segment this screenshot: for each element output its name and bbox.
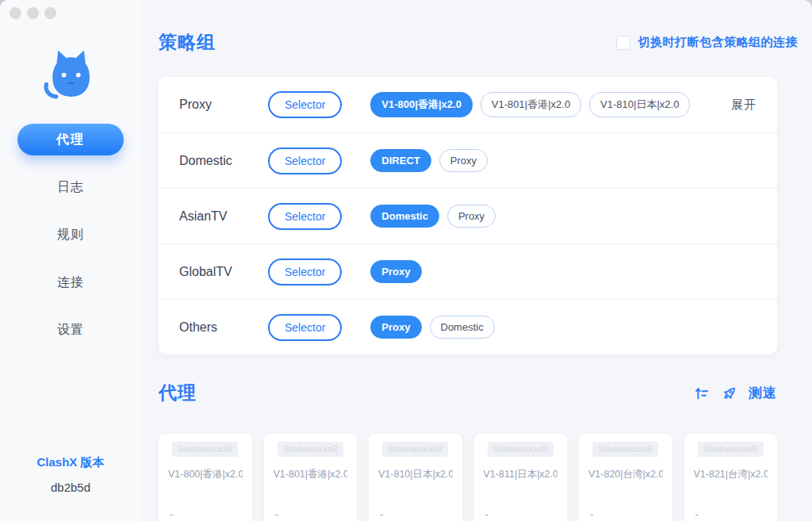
break-connections-label: 切换时打断包含策略组的连接 — [638, 35, 799, 50]
proxy-card[interactable]: ShadowsocksR V1-800|香港|x2.0 - — [159, 434, 252, 521]
main-content: 策略组 切换时打断包含策略组的连接 Proxy Selector V1-800|… — [159, 0, 777, 521]
break-connections-checkbox[interactable] — [616, 36, 630, 50]
option-pill[interactable]: V1-801|香港|x2.0 — [481, 92, 581, 117]
group-row-domestic: Domestic Selector DIRECT Proxy — [159, 132, 777, 188]
proxy-card[interactable]: ShadowsocksR V1-820|台湾|x2.0 - — [579, 434, 672, 521]
proxy-name: V1-821|台湾|x2.0 — [694, 468, 768, 481]
option-pill-selected[interactable]: V1-800|香港|x2.0 — [370, 92, 473, 117]
option-pill-selected[interactable]: Domestic — [370, 205, 439, 228]
rocket-icon[interactable] — [721, 385, 738, 402]
proxy-latency: - — [275, 508, 278, 520]
sidebar: 代理 日志 规则 连接 设置 ClashX 版本 db2b5d — [0, 0, 141, 521]
zoom-window-button[interactable] — [44, 7, 56, 19]
minimize-window-button[interactable] — [27, 7, 39, 19]
proxy-name: V1-801|香港|x2.0 — [274, 468, 348, 481]
selector-type-button[interactable]: Selector — [268, 259, 342, 285]
proxies-header: 代理 测速 — [159, 381, 777, 405]
policy-groups-header: 策略组 切换时打断包含策略组的连接 — [159, 30, 798, 55]
option-pill-selected[interactable]: DIRECT — [370, 149, 431, 172]
proxy-card[interactable]: ShadowsocksR V1-811|日本|x2.0 - — [474, 434, 568, 521]
proxies-tools: 测速 — [693, 384, 777, 402]
proxy-latency: - — [695, 508, 699, 520]
option-pill[interactable]: V1-810|日本|x2.0 — [589, 92, 690, 117]
selector-type-button[interactable]: Selector — [268, 203, 342, 230]
proxy-type-badge: ShadowsocksR — [278, 442, 343, 457]
policy-groups-card: Proxy Selector V1-800|香港|x2.0 V1-801|香港|… — [159, 77, 777, 354]
option-pill[interactable]: Domestic — [430, 316, 495, 339]
speedtest-button[interactable]: 测速 — [749, 384, 777, 402]
group-options: DIRECT Proxy — [370, 149, 756, 172]
proxy-card[interactable]: ShadowsocksR V1-821|台湾|x2.0 - — [684, 434, 778, 521]
expand-button[interactable]: 展开 — [731, 98, 756, 113]
proxy-name: V1-800|香港|x2.0 — [168, 468, 243, 481]
option-pill[interactable]: Proxy — [439, 149, 488, 172]
group-row-others: Others Selector Proxy Domestic — [159, 299, 777, 354]
policy-groups-title: 策略组 — [159, 30, 216, 55]
proxy-name: V1-811|日本|x2.0 — [484, 468, 558, 481]
proxy-card[interactable]: ShadowsocksR V1-801|香港|x2.0 - — [264, 434, 358, 521]
sidebar-item-proxy[interactable]: 代理 — [17, 124, 124, 155]
proxy-name: V1-810|日本|x2.0 — [378, 468, 453, 481]
option-pill-selected[interactable]: Proxy — [370, 260, 421, 283]
sidebar-item-connections[interactable]: 连接 — [0, 274, 141, 291]
group-options: V1-800|香港|x2.0 V1-801|香港|x2.0 V1-810|日本|… — [370, 92, 731, 117]
option-pill-selected[interactable]: Proxy — [370, 316, 421, 339]
group-row-proxy: Proxy Selector V1-800|香港|x2.0 V1-801|香港|… — [159, 77, 777, 132]
proxy-card-grid: ShadowsocksR V1-800|香港|x2.0 - Shadowsock… — [159, 434, 777, 521]
sidebar-item-rules[interactable]: 规则 — [0, 227, 141, 243]
clashx-dashboard-window: 代理 日志 规则 连接 设置 ClashX 版本 db2b5d 策略组 切换时打… — [0, 0, 812, 521]
sidebar-item-proxy-label: 代理 — [56, 132, 85, 148]
window-controls — [10, 7, 56, 19]
selector-type-button[interactable]: Selector — [268, 91, 342, 118]
selector-type-button[interactable]: Selector — [268, 147, 342, 174]
group-name: Proxy — [179, 98, 268, 112]
proxy-type-badge: ShadowsocksR — [488, 442, 553, 457]
group-options: Domestic Proxy — [370, 205, 756, 228]
group-name: AsianTV — [179, 209, 268, 224]
proxy-type-badge: ShadowsocksR — [698, 442, 764, 457]
break-connections-option: 切换时打断包含策略组的连接 — [616, 35, 799, 50]
group-options: Proxy — [370, 260, 756, 283]
proxy-type-badge: ShadowsocksR — [172, 442, 238, 457]
proxy-latency: - — [170, 508, 173, 520]
sidebar-item-logs[interactable]: 日志 — [0, 179, 141, 196]
proxy-name: V1-820|台湾|x2.0 — [588, 468, 663, 481]
selector-type-button[interactable]: Selector — [268, 314, 342, 341]
sort-icon[interactable] — [693, 385, 710, 402]
group-name: GlobalTV — [179, 265, 268, 279]
clashx-cat-logo-icon — [40, 41, 102, 105]
group-options: Proxy Domestic — [370, 316, 756, 339]
proxies-title: 代理 — [159, 381, 197, 405]
group-row-asiantv: AsianTV Selector Domestic Proxy — [159, 188, 777, 243]
group-row-globaltv: GlobalTV Selector Proxy — [159, 243, 777, 299]
clashx-version-label: ClashX 版本 — [0, 455, 141, 470]
proxy-type-badge: ShadowsocksR — [382, 442, 448, 457]
proxy-card[interactable]: ShadowsocksR V1-810|日本|x2.0 - — [369, 434, 462, 521]
option-pill[interactable]: Proxy — [447, 205, 496, 228]
sidebar-item-settings[interactable]: 设置 — [0, 322, 141, 339]
proxy-latency: - — [380, 508, 383, 520]
proxy-latency: - — [590, 508, 593, 520]
proxy-type-badge: ShadowsocksR — [592, 442, 658, 457]
proxy-latency: - — [485, 508, 488, 520]
group-name: Domestic — [179, 154, 268, 168]
clashx-version-value: db2b5d — [0, 481, 141, 494]
close-window-button[interactable] — [10, 7, 21, 19]
group-name: Others — [179, 320, 268, 335]
